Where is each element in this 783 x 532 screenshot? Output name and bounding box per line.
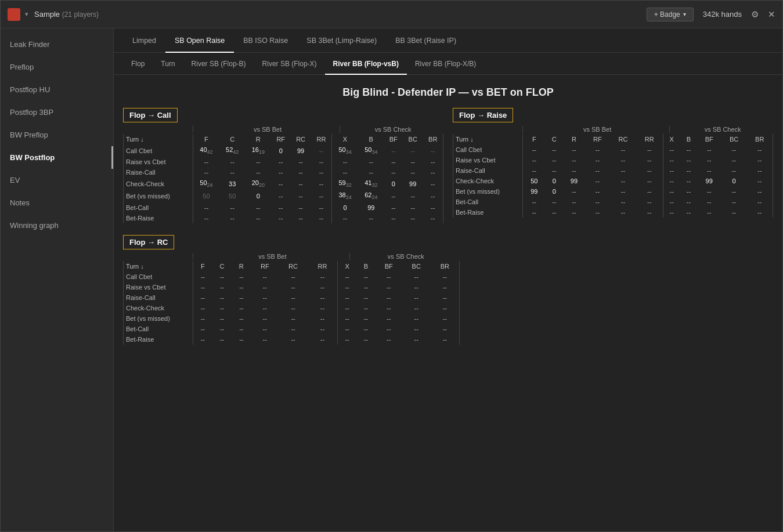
cell-dashc: -- xyxy=(403,144,423,157)
table-row: Bet-Raise ------ ------ ------ ---- xyxy=(453,207,773,218)
tab-turn[interactable]: Turn xyxy=(153,53,183,75)
tab-river-bb-flop-vsb[interactable]: River BB (Flop-vsB) xyxy=(325,53,407,75)
table-row: Bet-Call ------ ------ ------ ---- xyxy=(124,324,460,334)
tab-bb-3bet-raise-ip[interactable]: BB 3Bet (Raise IP) xyxy=(386,28,466,53)
table-row: Bet-Call ------ ------ ------ ---- xyxy=(453,197,773,207)
dropdown-arrow-icon[interactable]: ▾ xyxy=(25,10,28,18)
tab-river-bb-flop-xb[interactable]: River BB (Flop-X/B) xyxy=(407,53,484,75)
table-row: Call Cbet ------ ------ ------ ---- xyxy=(453,144,773,155)
settings-icon[interactable]: ⚙ xyxy=(751,9,759,20)
row-check-check-label: Check-Check xyxy=(124,178,193,190)
flop-raise-vs-sb-bet: vs SB Bet xyxy=(522,126,669,133)
tab-river-sb-flop-b[interactable]: River SB (Flop-B) xyxy=(183,53,254,75)
flop-rc-subheaders: vs SB Bet vs SB Check xyxy=(123,253,460,260)
row-call-cbet-label: Call Cbet xyxy=(124,144,193,157)
close-icon[interactable]: ✕ xyxy=(768,9,775,20)
app-window: ▾ Sample (21 players) + Badge ▾ 342k han… xyxy=(0,0,783,532)
flop-raise-subheaders: vs SB Bet vs SB Check xyxy=(453,126,773,133)
badge-button[interactable]: + Badge ▾ xyxy=(647,8,694,21)
flop-raise-section: Flop → Raise vs SB Bet vs SB Check Turn … xyxy=(453,108,773,223)
col-b1: B xyxy=(358,134,384,144)
table-row: Bet-Raise ------ ------ ------ ---- xyxy=(124,334,460,345)
sidebar-item-ev[interactable]: EV xyxy=(1,169,113,191)
row-raise-call-label: Raise-Call xyxy=(124,167,193,178)
col-c1: C xyxy=(219,134,246,144)
main-layout: Leak Finder Preflop Postflop HU Postflop… xyxy=(1,28,782,531)
tab-flop[interactable]: Flop xyxy=(123,53,153,75)
flop-rc-vs-sb-bet: vs SB Bet xyxy=(193,253,349,260)
table-row: Bet-Call ------ ------ 0 99 -- ---- xyxy=(124,202,443,213)
flop-rc-header: Flop → RC xyxy=(123,235,174,249)
turn-header-flop-rc: Turn ↓ xyxy=(124,261,193,272)
table-row: Raise-Call ------ ------ ------ ---- xyxy=(124,167,443,178)
page-heading: Big Blind - Defender IP — vs BET on FLOP xyxy=(123,75,773,108)
sidebar: Leak Finder Preflop Postflop HU Postflop… xyxy=(1,28,114,531)
table-row: Raise vs Cbet ------ ------ ------ ---- xyxy=(124,157,443,167)
flop-call-section: Flop → Call vs SB Bet vs SB Check Turn ↓… xyxy=(123,108,443,223)
flop-raise-header: Flop → Raise xyxy=(453,108,513,122)
tab-river-sb-flop-x[interactable]: River SB (Flop-X) xyxy=(254,53,325,75)
sidebar-item-postflop-hu[interactable]: Postflop HU xyxy=(1,78,113,101)
table-row: Check-Check ------ ------ ------ ---- xyxy=(124,303,460,313)
col-bf1: BF xyxy=(384,134,403,144)
table-row: Bet (vs missed) ------ ------ ------ ---… xyxy=(124,313,460,324)
table-row: Raise vs Cbet ------ ------ ------ ---- xyxy=(453,155,773,165)
cell-40: 4042 xyxy=(193,144,219,157)
app-logo xyxy=(8,8,20,21)
col-rc1: RC xyxy=(290,134,311,144)
title-bar: ▾ Sample (21 players) + Badge ▾ 342k han… xyxy=(1,1,782,28)
row-raise-vs-cbet-label: Raise vs Cbet xyxy=(124,157,193,167)
cell-dashb: -- xyxy=(384,144,403,157)
sidebar-item-leak-finder[interactable]: Leak Finder xyxy=(1,33,113,56)
col-f1: F xyxy=(193,134,219,144)
turn-header-flop-raise: Turn ↓ xyxy=(453,134,523,144)
app-title: Sample (21 players) xyxy=(34,10,647,19)
table-row: Call Cbet 4042 5242 1619 0 99 -- 5034 50… xyxy=(124,144,443,157)
table-row: Call Cbet ------ ------ ------ ---- xyxy=(124,272,460,282)
flop-rc-section: Flop → RC vs SB Bet vs SB Check Turn ↓ F… xyxy=(123,235,460,345)
tab-limped[interactable]: Limped xyxy=(123,28,165,53)
sidebar-item-preflop[interactable]: Preflop xyxy=(1,56,113,78)
row-bet-raise-label: Bet-Raise xyxy=(124,213,193,223)
content-area: Limped SB Open Raise BB ISO Raise SB 3Be… xyxy=(114,28,782,531)
sidebar-item-bw-postflop[interactable]: BW Postflop xyxy=(1,146,113,169)
flop-rc-table: Turn ↓ F C R RF RC RR X B BF BC xyxy=(123,261,460,345)
col-x1: X xyxy=(332,134,358,144)
sidebar-item-postflop-3bp[interactable]: Postflop 3BP xyxy=(1,101,113,124)
tab-bar-1: Limped SB Open Raise BB ISO Raise SB 3Be… xyxy=(114,28,782,53)
table-row: Bet-Raise ------ ------ ------ ---- xyxy=(124,213,443,223)
player-count: (21 players) xyxy=(62,10,99,19)
sidebar-item-bw-preflop[interactable]: BW Preflop xyxy=(1,124,113,146)
flop-raise-table: Turn ↓ F C R RF RC RR X B BF xyxy=(453,134,773,218)
table-row: Raise vs Cbet ------ ------ ------ ---- xyxy=(124,282,460,292)
cell-50b: 5034 xyxy=(358,144,384,157)
col-br1: BR xyxy=(423,134,443,144)
table-row: Bet (vs missed) 99 0 -- ---- -- -- -- -- xyxy=(453,186,773,197)
cell-dashd: -- xyxy=(423,144,443,157)
col-bc1: BC xyxy=(403,134,423,144)
row-bet-call-label: Bet-Call xyxy=(124,202,193,213)
tab-sb-open-raise[interactable]: SB Open Raise xyxy=(165,28,234,53)
hands-count: 342k hands xyxy=(703,10,742,19)
tab-sb-3bet-limp-raise[interactable]: SB 3Bet (Limp-Raise) xyxy=(297,28,386,53)
flop-call-subheaders: vs SB Bet vs SB Check xyxy=(123,126,443,133)
content-body: Big Blind - Defender IP — vs BET on FLOP… xyxy=(114,75,782,531)
turn-header-flop-call: Turn ↓ xyxy=(124,134,193,144)
sidebar-item-winning-graph[interactable]: Winning graph xyxy=(1,214,113,237)
flop-raise-vs-sb-check: vs SB Check xyxy=(669,126,773,133)
flop-call-vs-sb-bet-label: vs SB Bet xyxy=(193,126,340,133)
col-rr1: RR xyxy=(311,134,332,144)
cell-99a: 99 xyxy=(290,144,311,157)
cell-16: 1619 xyxy=(245,144,271,157)
cell-50a: 5034 xyxy=(332,144,358,157)
badge-label: + Badge xyxy=(654,10,680,19)
table-row: Raise-Call ------ ------ ------ ---- xyxy=(124,292,460,303)
table-row: Check-Check 5024 33 2020 ---- -- 5932 41… xyxy=(124,178,443,190)
col-r1: R xyxy=(245,134,271,144)
top-sections-row: Flop → Call vs SB Bet vs SB Check Turn ↓… xyxy=(123,108,773,223)
sidebar-item-notes[interactable]: Notes xyxy=(1,191,113,214)
tab-bb-iso-raise[interactable]: BB ISO Raise xyxy=(234,28,297,53)
title-bar-actions: + Badge ▾ 342k hands ⚙ ✕ xyxy=(647,8,775,21)
flop-call-header: Flop → Call xyxy=(123,108,178,122)
col-rf1: RF xyxy=(271,134,290,144)
